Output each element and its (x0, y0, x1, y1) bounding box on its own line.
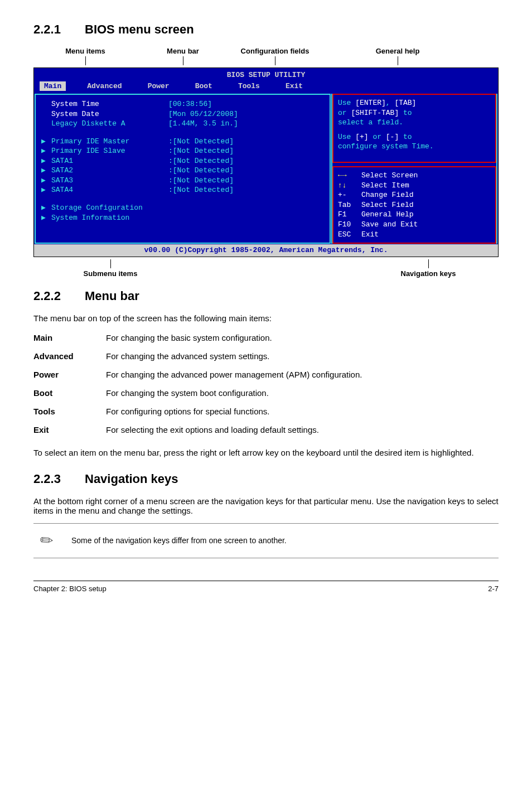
bios-tab-main[interactable]: Main (40, 81, 66, 91)
bios-label: System Time (51, 99, 168, 109)
section-number: 2.2.3 (33, 472, 85, 486)
pencil-icon: ✎ (32, 526, 61, 555)
bios-label: SATA1 (51, 156, 168, 166)
def-desc: For changing the advanced power manageme… (106, 365, 367, 384)
section-2-2-1-heading: 2.2.1BIOS menu screen (33, 22, 499, 37)
submenu-marker-icon: ▶ (41, 166, 51, 176)
bios-screenshot: BIOS SETUP UTILITY Main Advanced Power B… (33, 67, 499, 257)
bios-row-system-time[interactable]: System Time [00:38:56] (41, 99, 324, 109)
bios-help-box: Use [ENTER], [TAB] or [SHIFT-TAB] to sel… (332, 94, 496, 163)
bios-row-sata4[interactable]: ▶ SATA4 :[Not Detected] (41, 185, 324, 195)
bios-row-system-date[interactable]: System Date [Mon 05/12/2008] (41, 109, 324, 119)
def-term: Boot (33, 384, 106, 402)
table-row: BootFor changing the system boot configu… (33, 384, 367, 402)
table-row: PowerFor changing the advanced power man… (33, 365, 367, 384)
annot-navigation-keys: Navigation keys (401, 269, 456, 278)
bios-tab-tools[interactable]: Tools (234, 81, 264, 91)
note-block: ✎ Some of the navigation keys differ fro… (33, 523, 499, 558)
bios-value: [1.44M, 3.5 in.] (168, 119, 238, 129)
section-title-text: Navigation keys (85, 472, 178, 486)
bios-row-legacy-diskette[interactable]: Legacy Diskette A [1.44M, 3.5 in.] (41, 119, 324, 129)
bios-footer: v00.00 (C)Copyright 1985-2002, American … (34, 244, 498, 257)
footer-left: Chapter 2: BIOS setup (33, 584, 107, 593)
section-number: 2.2.2 (33, 289, 85, 303)
bios-value: :[Not Detected] (168, 176, 234, 186)
annot-general-help: General help (376, 47, 420, 55)
arrows-ud-icon: ↑↓ (338, 181, 361, 191)
bios-tab-power[interactable]: Power (143, 81, 174, 91)
def-term: Advanced (33, 347, 106, 365)
section-title-text: BIOS menu screen (85, 22, 194, 36)
bios-row-primary-ide-master[interactable]: ▶ Primary IDE Master :[Not Detected] (41, 137, 324, 147)
bios-navkeys-box: ←→Select Screen ↑↓Select Item +-Change F… (332, 166, 496, 244)
bios-value: :[Not Detected] (168, 166, 234, 176)
bios-right-pane: Use [ENTER], [TAB] or [SHIFT-TAB] to sel… (331, 94, 497, 244)
bios-label: Primary IDE Slave (51, 146, 168, 156)
navkey: F1 (338, 210, 361, 220)
bios-row-primary-ide-slave[interactable]: ▶ Primary IDE Slave :[Not Detected] (41, 146, 324, 156)
annot-pipe (85, 56, 86, 65)
section-2-2-3-heading: 2.2.3Navigation keys (33, 472, 499, 486)
def-term: Exit (33, 421, 106, 439)
bios-value: :[Not Detected] (168, 146, 234, 156)
bios-value: [00:38:56] (168, 99, 212, 109)
menu-definitions-table: MainFor changing the basic system config… (33, 328, 367, 439)
def-term: Main (33, 328, 106, 347)
submenu-marker-icon: ▶ (41, 176, 51, 186)
bios-tab-exit[interactable]: Exit (281, 81, 307, 91)
bios-label: System Information (51, 213, 168, 223)
bios-tab-advanced[interactable]: Advanced (83, 81, 126, 91)
arrows-lr-icon: ←→ (338, 171, 361, 181)
navkey: ESC (338, 230, 361, 240)
bios-row-system-info[interactable]: ▶ System Information (41, 213, 324, 223)
submenu-marker-icon: ▶ (41, 203, 51, 213)
bios-value: :[Not Detected] (168, 185, 234, 195)
section-title-text: Menu bar (85, 289, 139, 303)
bios-value: :[Not Detected] (168, 156, 234, 166)
bios-label: SATA4 (51, 185, 168, 195)
table-row: MainFor changing the basic system config… (33, 328, 367, 347)
bios-row-sata3[interactable]: ▶ SATA3 :[Not Detected] (41, 176, 324, 186)
annot-pipe (398, 56, 398, 65)
annot-config-fields: Configuration fields (241, 47, 309, 55)
bios-row-sata2[interactable]: ▶ SATA2 :[Not Detected] (41, 166, 324, 176)
bios-top-annotations: Menu items Menu bar Configuration fields… (33, 47, 499, 65)
def-desc: For configuring options for special func… (106, 402, 367, 421)
bios-row-sata1[interactable]: ▶ SATA1 :[Not Detected] (41, 156, 324, 166)
bios-menubar: Main Advanced Power Boot Tools Exit (34, 80, 498, 94)
submenu-marker-icon: ▶ (41, 185, 51, 195)
table-row: AdvancedFor changing the advanced system… (33, 347, 367, 365)
footer-right: 2-7 (488, 584, 499, 593)
def-desc: For changing the basic system configurat… (106, 328, 367, 347)
annot-pipe (110, 259, 111, 268)
bios-body: System Time [00:38:56] System Date [Mon … (34, 93, 498, 244)
bios-row-storage-config[interactable]: ▶ Storage Configuration (41, 203, 324, 213)
bios-bottom-annotations: Submenu items Navigation keys (33, 259, 499, 278)
bios-title: BIOS SETUP UTILITY (34, 68, 498, 80)
section-2-2-2-heading: 2.2.2Menu bar (33, 289, 499, 303)
bios-value: [Mon 05/12/2008] (168, 109, 238, 119)
menubar-intro-text: The menu bar on top of the screen has th… (33, 313, 499, 323)
bios-label: SATA2 (51, 166, 168, 176)
def-term: Power (33, 365, 106, 384)
bios-value: :[Not Detected] (168, 137, 234, 147)
bios-label: Primary IDE Master (51, 137, 168, 147)
navkey: Tab (338, 200, 361, 210)
bios-tab-boot[interactable]: Boot (191, 81, 217, 91)
table-row: ToolsFor configuring options for special… (33, 402, 367, 421)
navkeys-para-text: At the bottom right corner of a menu scr… (33, 496, 499, 515)
annot-pipe (183, 56, 183, 65)
annot-submenu-items: Submenu items (84, 269, 138, 278)
table-row: ExitFor selecting the exit options and l… (33, 421, 367, 439)
section-number: 2.2.1 (33, 22, 85, 37)
def-desc: For selecting the exit options and loadi… (106, 421, 367, 439)
note-text: Some of the navigation keys differ from … (71, 536, 287, 545)
bios-left-pane: System Time [00:38:56] System Date [Mon … (35, 94, 331, 244)
annot-menu-items: Menu items (65, 47, 105, 55)
submenu-marker-icon: ▶ (41, 137, 51, 147)
navkey: +- (338, 190, 361, 200)
submenu-marker-icon: ▶ (41, 146, 51, 156)
submenu-marker-icon: ▶ (41, 156, 51, 166)
page-footer: Chapter 2: BIOS setup 2-7 (33, 581, 499, 593)
menubar-outro-text: To select an item on the menu bar, press… (33, 448, 499, 457)
